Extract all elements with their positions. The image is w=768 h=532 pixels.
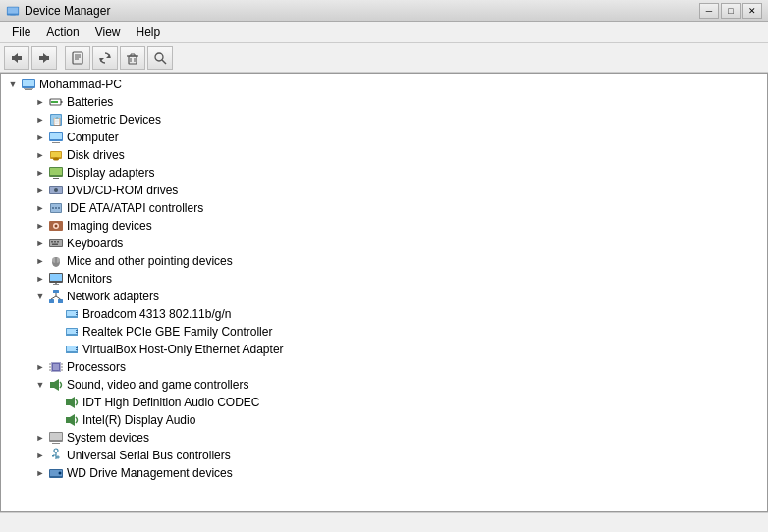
computer-label: Computer [67,131,119,144]
tree-item-mice[interactable]: ► Mice and other pointing devices [1,252,767,270]
svg-rect-13 [129,56,137,64]
svg-point-44 [55,207,57,209]
tree-item-network[interactable]: ▼ Network adapters [1,288,767,305]
imaging-icon [48,218,64,234]
sound-icon [48,377,64,393]
update-button[interactable] [92,46,118,70]
svg-marker-92 [70,397,75,408]
properties-button[interactable] [65,46,90,70]
tree-item-broadcom[interactable]: · Broadcom 4313 802.11b/g/n [1,305,767,323]
status-bar [0,512,768,532]
tree-item-imaging[interactable]: ► Imaging devices [1,217,767,235]
tree-item-usb[interactable]: ► Universal Serial Bus controllers [1,447,767,464]
toolbar [0,43,768,73]
biometric-label: Biometric Devices [67,113,161,127]
menu-bar: File Action View Help [0,22,768,43]
device-tree-area[interactable]: ▼ Mohammad-PC ► Ba [0,73,768,512]
disk-label: Disk drives [67,148,125,162]
device-tree: ▼ Mohammad-PC ► Ba [1,74,767,484]
ide-expander[interactable]: ► [32,200,48,216]
computer-expander[interactable]: ► [32,130,48,145]
processors-icon [48,359,64,375]
tree-item-system[interactable]: ► System devices [1,429,767,447]
tree-item-batteries[interactable]: ► Batteries [1,93,767,111]
tree-item-realtek[interactable]: · Realtek PCIe GBE Family Controller [1,323,767,341]
window-controls[interactable]: ─ □ ✕ [699,3,762,19]
close-button[interactable]: ✕ [742,3,762,19]
tree-item-display[interactable]: ► Display adapters [1,164,767,182]
network-expander[interactable]: ▼ [32,289,48,304]
system-expander[interactable]: ► [32,430,48,446]
ide-label: IDE ATA/ATAPI controllers [67,201,203,215]
keyboards-icon [48,236,64,251]
tree-item-processors[interactable]: ► Processors [1,358,767,376]
tree-item-disk[interactable]: ► Disk drives [1,146,767,164]
sound2-icon [64,395,80,410]
svg-text:📋: 📋 [52,116,62,126]
realtek-label: Realtek PCIe GBE Family Controller [82,325,272,339]
back-button[interactable] [4,46,29,70]
scan-button[interactable] [147,46,173,70]
svg-point-43 [52,207,54,209]
svg-rect-63 [49,299,54,303]
usb-label: Universal Serial Bus controllers [67,449,231,462]
keyboards-label: Keyboards [67,237,123,250]
intel-audio-label: Intel(R) Display Audio [82,413,195,427]
monitors-expander[interactable]: ► [32,271,48,287]
menu-action[interactable]: Action [38,24,86,41]
mice-icon [48,253,64,269]
root-expander[interactable]: ▼ [5,77,21,92]
maximize-button[interactable]: □ [721,3,741,19]
svg-rect-73 [67,329,77,334]
title-bar: Device Manager ─ □ ✕ [0,0,768,22]
batteries-icon [48,94,64,110]
uninstall-button[interactable] [120,46,145,70]
sound3-icon [64,412,80,428]
batteries-expander[interactable]: ► [32,94,48,110]
svg-rect-52 [54,241,56,243]
tree-item-keyboards[interactable]: ► Keyboards [1,235,767,252]
tree-item-sound[interactable]: ▼ Sound, video and game controllers [1,376,767,394]
usb-expander[interactable]: ► [32,448,48,463]
tree-root[interactable]: ▼ Mohammad-PC [1,76,767,93]
tree-item-idt[interactable]: · IDT High Definition Audio CODEC [1,394,767,411]
svg-point-98 [54,449,58,452]
tree-item-ide[interactable]: ► IDE ATA/ATAPI controllers [1,199,767,217]
menu-view[interactable]: View [87,24,129,41]
tree-item-biometric[interactable]: ► 📋 Biometric Devices [1,111,767,129]
window-title: Device Manager [25,4,110,18]
mice-expander[interactable]: ► [32,253,48,269]
tree-item-monitors[interactable]: ► Monitors [1,270,767,288]
svg-point-33 [53,158,59,161]
virtualbox-label: VirtualBox Host-Only Ethernet Adapter [82,343,284,356]
menu-help[interactable]: Help [129,24,169,41]
svg-rect-59 [50,274,62,281]
system-label: System devices [67,431,149,445]
processors-expander[interactable]: ► [32,359,48,375]
menu-file[interactable]: File [4,24,38,41]
tree-item-virtualbox[interactable]: · VirtualBox Host-Only Ethernet Adapter [1,341,767,358]
svg-rect-74 [76,330,78,331]
svg-rect-51 [51,241,53,243]
tree-item-dvd[interactable]: ► DVD/CD-ROM drives [1,182,767,199]
display-icon [48,165,64,181]
disk-expander[interactable]: ► [32,147,48,163]
mice-label: Mice and other pointing devices [67,254,233,268]
svg-rect-25 [61,101,63,103]
dvd-expander[interactable]: ► [32,183,48,198]
tree-item-intel-audio[interactable]: · Intel(R) Display Audio [1,411,767,429]
svg-rect-61 [55,283,57,284]
minimize-button[interactable]: ─ [699,3,719,19]
forward-button[interactable] [31,46,57,70]
tree-item-computer[interactable]: ► Computer [1,129,767,146]
display-expander[interactable]: ► [32,165,48,181]
imaging-expander[interactable]: ► [32,218,48,234]
monitors-label: Monitors [67,272,112,286]
keyboards-expander[interactable]: ► [32,236,48,251]
svg-rect-34 [51,152,61,157]
wd-expander[interactable]: ► [32,465,48,481]
svg-point-48 [55,225,58,228]
tree-item-wd[interactable]: ► WD Drive Management devices [1,464,767,482]
biometric-expander[interactable]: ► [32,112,48,128]
sound-expander[interactable]: ▼ [32,377,48,393]
